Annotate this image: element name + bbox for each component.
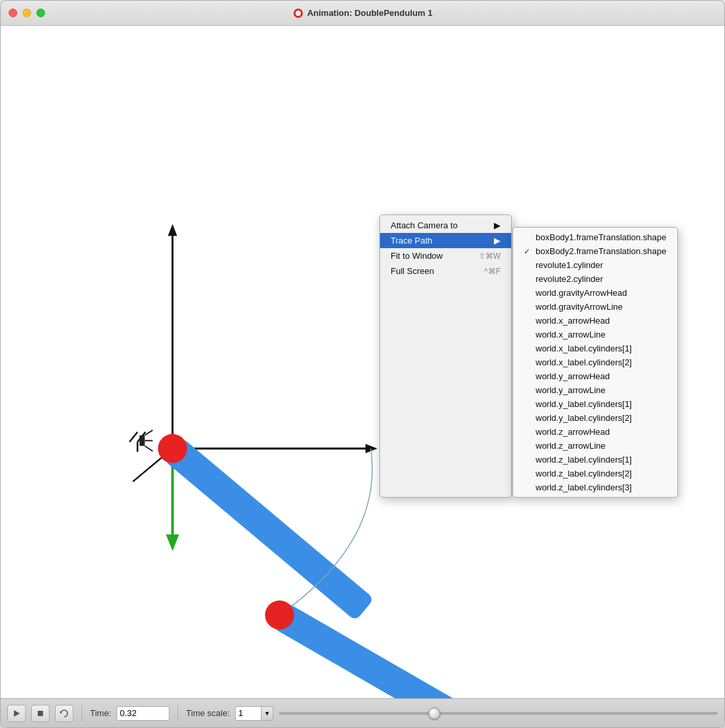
minimize-button[interactable] [23, 9, 31, 17]
submenu-item-z-label-2[interactable]: world.z_label.cylinders[2] [513, 467, 677, 480]
stop-icon [37, 710, 44, 717]
submenu-item-boxbody1[interactable]: boxBody1.frameTranslation.shape [513, 230, 677, 244]
submenu-item-revolute1[interactable]: revolute1.cylinder [513, 258, 677, 272]
svg-rect-11 [38, 711, 43, 716]
submenu-item-label: world.x_arrowLine [536, 330, 606, 340]
submenu-item-label: boxBody2.frameTranslation.shape [536, 246, 667, 256]
maximize-button[interactable] [36, 9, 45, 17]
menu-item-attach-camera[interactable]: Attach Camera to ▶ [380, 218, 511, 233]
submenu-item-x-head[interactable]: world.x_arrowHead [513, 314, 677, 328]
submenu-arrow: ▶ [494, 236, 501, 246]
submenu-item-label: world.gravityArrowLine [536, 302, 623, 312]
submenu-item-label: world.y_label.cylinders[2] [536, 413, 632, 423]
main-window: Animation: DoublePendulum 1 ✕ [0, 0, 725, 728]
menu-item-full-screen[interactable]: Full Screen ^⌘F [380, 263, 511, 279]
titlebar: Animation: DoublePendulum 1 [1, 1, 724, 26]
timescale-input[interactable] [235, 706, 262, 721]
timescale-label: Time scale: [186, 708, 230, 718]
submenu-item-label: revolute2.cylinder [536, 274, 603, 284]
context-menu: Attach Camera to ▶ Trace Path ▶ Fit to W… [379, 214, 512, 498]
app-icon [293, 8, 303, 19]
context-menu-container: Attach Camera to ▶ Trace Path ▶ Fit to W… [379, 214, 678, 498]
trace-path-submenu: boxBody1.frameTranslation.shape ✓ boxBod… [512, 227, 678, 498]
repeat-icon [60, 709, 69, 718]
submenu-item-label: boxBody1.frameTranslation.shape [536, 232, 667, 242]
submenu-item-y-head[interactable]: world.y_arrowHead [513, 369, 677, 383]
submenu-item-label: world.x_label.cylinders[1] [536, 343, 632, 353]
play-button[interactable] [7, 705, 26, 722]
submenu-item-y-line[interactable]: world.y_arrowLine [513, 383, 677, 397]
menu-item-label: Trace Path [391, 236, 432, 246]
submenu-arrow: ▶ [494, 220, 501, 230]
time-label: Time: [90, 708, 111, 718]
svg-rect-6 [140, 435, 145, 446]
submenu-item-label: world.z_label.cylinders[2] [536, 469, 632, 478]
title-text: Animation: DoublePendulum 1 [307, 8, 432, 18]
close-button[interactable] [9, 9, 17, 17]
traffic-lights [9, 9, 45, 17]
joint-sphere-1 [158, 434, 187, 463]
submenu-item-label: world.gravityArrowHead [536, 288, 627, 298]
submenu-item-x-line[interactable]: world.x_arrowLine [513, 328, 677, 341]
submenu-item-boxbody2[interactable]: ✓ boxBody2.frameTranslation.shape [513, 244, 677, 258]
menu-item-fit-window[interactable]: Fit to Window ⇧⌘W [380, 248, 511, 263]
submenu-item-label: world.y_arrowLine [536, 385, 606, 395]
bottom-toolbar: Time: Time scale: ▼ [1, 698, 724, 727]
timescale-control: ▼ [235, 706, 273, 721]
submenu-item-z-head[interactable]: world.z_arrowHead [513, 425, 677, 439]
checkmark: ✓ [524, 247, 533, 256]
svg-marker-10 [14, 710, 20, 717]
menu-item-label: Fit to Window [391, 251, 443, 261]
menu-item-trace-path[interactable]: Trace Path ▶ [380, 233, 511, 248]
svg-point-1 [295, 11, 301, 16]
timescale-dropdown-btn[interactable]: ▼ [262, 706, 273, 721]
menu-item-label: Full Screen [391, 266, 434, 276]
submenu-item-revolute2[interactable]: revolute2.cylinder [513, 272, 677, 286]
menu-shortcut: ^⌘F [484, 267, 501, 276]
window-title: Animation: DoublePendulum 1 [293, 8, 432, 19]
submenu-item-label: world.y_label.cylinders[1] [536, 399, 632, 409]
stop-button[interactable] [31, 705, 50, 722]
submenu-item-z-label-1[interactable]: world.z_label.cylinders[1] [513, 453, 677, 467]
menu-item-label: Attach Camera to [391, 220, 458, 230]
viewport: ✕ [1, 26, 724, 698]
submenu-item-label: world.y_arrowHead [536, 371, 610, 381]
submenu-item-y-label-2[interactable]: world.y_label.cylinders[2] [513, 411, 677, 425]
time-input[interactable] [117, 706, 169, 721]
submenu-item-gravity-line[interactable]: world.gravityArrowLine [513, 300, 677, 314]
playback-slider-container [279, 712, 718, 715]
submenu-item-gravity-head[interactable]: world.gravityArrowHead [513, 286, 677, 300]
submenu-item-z-label-3[interactable]: world.z_label.cylinders[3] [513, 480, 677, 494]
submenu-item-label: world.z_arrowLine [536, 441, 606, 451]
repeat-button[interactable] [55, 705, 73, 722]
menu-shortcut: ⇧⌘W [479, 251, 501, 261]
joint-sphere-2 [265, 600, 294, 629]
play-icon [13, 709, 21, 717]
submenu-item-label: revolute1.cylinder [536, 260, 603, 270]
submenu-item-label: world.z_label.cylinders[3] [536, 482, 632, 492]
submenu-item-y-label-1[interactable]: world.y_label.cylinders[1] [513, 397, 677, 411]
submenu-item-x-label-2[interactable]: world.x_label.cylinders[2] [513, 355, 677, 369]
toolbar-divider-1 [81, 705, 82, 721]
submenu-item-z-line[interactable]: world.z_arrowLine [513, 439, 677, 453]
submenu-item-label: world.z_arrowHead [536, 427, 610, 437]
submenu-item-x-label-1[interactable]: world.x_label.cylinders[1] [513, 341, 677, 355]
submenu-item-label: world.x_arrowHead [536, 316, 610, 326]
playback-slider[interactable] [279, 712, 718, 715]
submenu-item-label: world.z_label.cylinders[1] [536, 455, 632, 465]
toolbar-divider-2 [177, 705, 178, 721]
submenu-item-label: world.x_label.cylinders[2] [536, 357, 632, 367]
